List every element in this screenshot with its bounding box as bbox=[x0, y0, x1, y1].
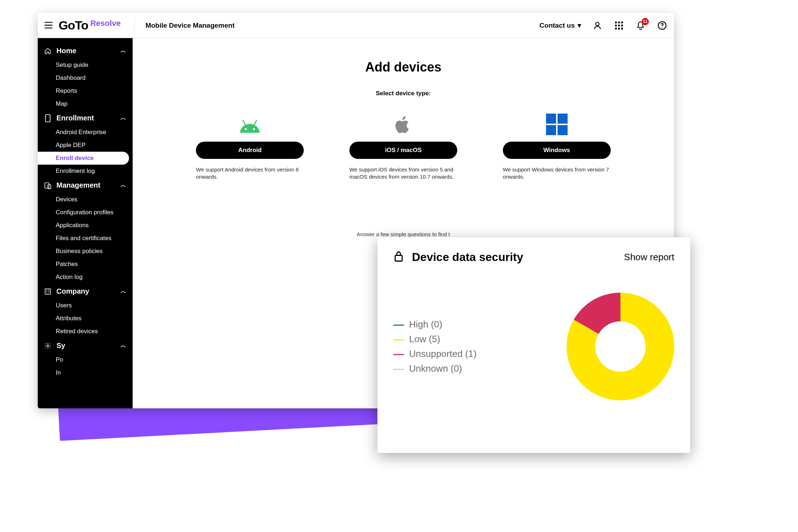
contact-us-dropdown[interactable]: Contact us ▾ bbox=[540, 21, 581, 29]
svg-line-20 bbox=[254, 120, 257, 125]
select-android-button[interactable]: Android bbox=[196, 142, 304, 159]
chevron-up-icon: ︿ bbox=[120, 342, 126, 349]
chart-legend: —High (0)—Low (5)—Unsupported (1)—Unknow… bbox=[393, 319, 477, 374]
chevron-up-icon: ︿ bbox=[120, 182, 126, 189]
nav-group-management[interactable]: Management︿ bbox=[38, 178, 133, 193]
nav-item-patches[interactable]: Patches bbox=[38, 258, 133, 271]
nav-item-configuration-profiles[interactable]: Configuration profiles bbox=[38, 206, 133, 219]
notifications-button[interactable]: 11 bbox=[635, 20, 646, 31]
nav-item-attributes[interactable]: Attributes bbox=[38, 312, 133, 325]
home-icon bbox=[44, 47, 51, 55]
svg-rect-12 bbox=[46, 114, 50, 121]
page-title: Mobile Device Management bbox=[146, 22, 235, 29]
nav-item-files-and-certificates[interactable]: Files and certificates bbox=[38, 232, 133, 245]
help-text: Answer a few simple questions to find t bbox=[147, 231, 660, 237]
svg-point-18 bbox=[253, 128, 255, 130]
legend-item-unsupported: —Unsupported (1) bbox=[393, 348, 477, 359]
svg-rect-9 bbox=[621, 28, 623, 29]
device-card-windows: WindowsWe support Windows devices from v… bbox=[503, 114, 611, 181]
legend-label: Low (5) bbox=[409, 334, 440, 345]
nav-item-applications[interactable]: Applications bbox=[38, 219, 133, 232]
nav-item-retired-devices[interactable]: Retired devices bbox=[38, 325, 133, 338]
nav-group-label: Sy bbox=[56, 341, 65, 350]
nav-group-home[interactable]: Home︿ bbox=[38, 43, 133, 59]
sidebar-nav: Home︿Setup guideDashboardReportsMapEnrol… bbox=[38, 38, 133, 408]
legend-label: High (0) bbox=[409, 319, 442, 330]
nav-group-sy[interactable]: Sy︿ bbox=[38, 338, 133, 353]
card-description: We support Windows devices from version … bbox=[503, 166, 611, 181]
svg-point-17 bbox=[245, 128, 247, 130]
nav-group-label: Management bbox=[56, 181, 100, 189]
nav-item-enrollment-log[interactable]: Enrollment log bbox=[38, 165, 133, 178]
svg-rect-7 bbox=[615, 28, 617, 29]
nav-item-setup-guide[interactable]: Setup guide bbox=[38, 59, 133, 72]
chevron-up-icon: ︿ bbox=[120, 47, 126, 55]
nav-item-dashboard[interactable]: Dashboard bbox=[38, 72, 133, 84]
card-description: We support Android devices from version … bbox=[196, 166, 304, 181]
menu-toggle-button[interactable] bbox=[41, 20, 56, 31]
nav-item-android-enterprise[interactable]: Android Enterprise bbox=[38, 126, 133, 139]
select-ios-button[interactable]: iOS / macOS bbox=[349, 142, 457, 159]
lock-icon bbox=[393, 250, 404, 264]
nav-group-label: Enrollment bbox=[56, 114, 94, 122]
header-bar: GoTo Resolve Mobile Device Management Co… bbox=[38, 13, 674, 38]
legend-item-unknown: —Unknown (0) bbox=[393, 363, 477, 374]
show-report-link[interactable]: Show report bbox=[624, 252, 674, 263]
svg-point-11 bbox=[662, 27, 662, 28]
nav-item-map[interactable]: Map bbox=[38, 97, 133, 110]
nav-group-enrollment[interactable]: Enrollment︿ bbox=[38, 110, 133, 126]
help-icon[interactable] bbox=[657, 20, 668, 31]
svg-rect-6 bbox=[621, 24, 623, 26]
phone-icon bbox=[44, 114, 51, 122]
notification-badge: 11 bbox=[642, 18, 649, 25]
nav-item-reports[interactable]: Reports bbox=[38, 84, 133, 97]
nav-item-enroll-device[interactable]: Enroll device bbox=[38, 152, 129, 165]
nav-item-devices[interactable]: Devices bbox=[38, 193, 133, 206]
main-subtitle: Select device type: bbox=[147, 90, 660, 97]
device-security-panel: Device data security Show report —High (… bbox=[377, 237, 690, 453]
svg-rect-13 bbox=[45, 183, 49, 188]
legend-item-high: —High (0) bbox=[393, 319, 477, 330]
svg-line-19 bbox=[243, 120, 246, 125]
chevron-up-icon: ︿ bbox=[120, 114, 126, 122]
svg-rect-8 bbox=[618, 28, 620, 29]
nav-item-business-policies[interactable]: Business policies bbox=[38, 245, 133, 258]
android-icon bbox=[196, 114, 304, 135]
legend-item-low: —Low (5) bbox=[393, 334, 477, 345]
card-description: We support iOS devices from version 5 an… bbox=[349, 166, 457, 181]
svg-point-0 bbox=[596, 22, 599, 26]
nav-item-action-log[interactable]: Action log bbox=[38, 271, 133, 284]
ios-icon bbox=[349, 114, 457, 135]
select-windows-button[interactable]: Windows bbox=[503, 142, 611, 159]
nav-item-in[interactable]: In bbox=[38, 366, 133, 379]
main-heading: Add devices bbox=[147, 60, 660, 75]
device-icon bbox=[44, 182, 51, 189]
nav-group-label: Company bbox=[56, 287, 89, 295]
device-card-android: AndroidWe support Android devices from v… bbox=[196, 114, 304, 181]
nav-item-users[interactable]: Users bbox=[38, 299, 133, 312]
svg-rect-1 bbox=[615, 22, 617, 23]
gear-icon bbox=[44, 342, 51, 349]
apps-grid-icon[interactable] bbox=[614, 20, 624, 31]
svg-rect-3 bbox=[621, 22, 623, 23]
logo-main: GoTo bbox=[59, 18, 88, 32]
svg-rect-2 bbox=[618, 22, 620, 23]
nav-item-apple-dep[interactable]: Apple DEP bbox=[38, 139, 133, 152]
product-logo: GoTo Resolve bbox=[59, 18, 121, 32]
divider bbox=[134, 18, 135, 33]
svg-point-16 bbox=[47, 345, 49, 347]
nav-group-company[interactable]: Company︿ bbox=[38, 284, 133, 299]
svg-rect-4 bbox=[615, 24, 617, 26]
profile-icon[interactable] bbox=[592, 20, 603, 31]
windows-icon bbox=[503, 114, 611, 135]
svg-rect-21 bbox=[395, 256, 402, 261]
building-icon bbox=[44, 288, 51, 295]
security-panel-title: Device data security bbox=[412, 251, 523, 264]
contact-label: Contact us bbox=[540, 22, 575, 29]
svg-rect-5 bbox=[618, 24, 620, 26]
legend-label: Unknown (0) bbox=[409, 363, 462, 374]
nav-item-po[interactable]: Po bbox=[38, 353, 133, 366]
chevron-up-icon: ︿ bbox=[120, 288, 126, 295]
legend-label: Unsupported (1) bbox=[409, 348, 477, 359]
nav-group-label: Home bbox=[56, 47, 77, 55]
